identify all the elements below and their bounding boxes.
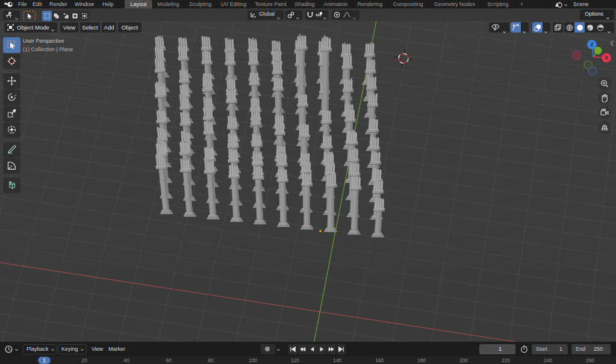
svg-text:Z: Z bbox=[590, 42, 594, 48]
svg-text:X: X bbox=[605, 55, 608, 61]
